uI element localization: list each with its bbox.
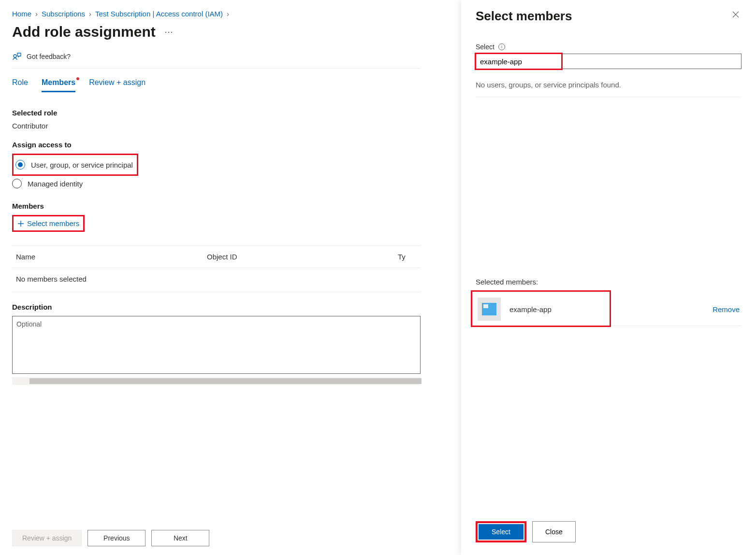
selected-role-heading: Selected role bbox=[12, 109, 421, 117]
highlight-select-members: Select members bbox=[12, 215, 85, 232]
highlight-user-group-radio: User, group, or service principal bbox=[12, 154, 138, 176]
selected-member-row: example-app Remove bbox=[476, 293, 741, 326]
previous-button[interactable]: Previous bbox=[87, 530, 145, 546]
tab-role[interactable]: Role bbox=[12, 78, 28, 92]
selected-member-name: example-app bbox=[509, 305, 704, 313]
next-button[interactable]: Next bbox=[151, 530, 209, 546]
radio-unchecked-icon bbox=[12, 179, 22, 188]
no-results-text: No users, groups, or service principals … bbox=[476, 81, 741, 97]
radio-checked-icon bbox=[15, 160, 25, 170]
members-heading: Members bbox=[12, 202, 421, 210]
th-name: Name bbox=[16, 253, 207, 261]
remove-member-link[interactable]: Remove bbox=[712, 305, 740, 313]
select-label: Select bbox=[476, 43, 494, 51]
assign-access-heading: Assign access to bbox=[12, 141, 421, 149]
member-search-input[interactable] bbox=[476, 54, 741, 69]
th-object-id: Object ID bbox=[207, 253, 398, 261]
required-dot-icon bbox=[76, 77, 79, 80]
page-title: Add role assignment bbox=[12, 24, 156, 40]
close-button[interactable]: Close bbox=[532, 521, 576, 542]
radio-managed-label: Managed identity bbox=[28, 180, 83, 188]
members-table-empty: No members selected bbox=[12, 268, 421, 292]
info-icon[interactable]: i bbox=[498, 43, 505, 50]
footer-bar: Review + assign Previous Next bbox=[0, 521, 433, 555]
svg-point-0 bbox=[14, 55, 16, 57]
tab-members-label: Members bbox=[42, 78, 75, 86]
select-members-link[interactable]: Select members bbox=[17, 219, 79, 228]
chevron-right-icon: › bbox=[89, 10, 91, 18]
panel-title: Select members bbox=[476, 9, 572, 24]
select-button[interactable]: Select bbox=[479, 524, 523, 540]
select-members-panel: Select members Select i No users, groups… bbox=[461, 0, 756, 555]
plus-icon bbox=[17, 220, 24, 227]
tab-review[interactable]: Review + assign bbox=[89, 78, 145, 92]
breadcrumb-subscriptions[interactable]: Subscriptions bbox=[42, 10, 85, 18]
feedback-link[interactable]: Got feedback? bbox=[12, 52, 421, 69]
members-table-header: Name Object ID Ty bbox=[12, 245, 421, 268]
radio-user-group-label: User, group, or service principal bbox=[31, 161, 133, 169]
breadcrumb-home[interactable]: Home bbox=[12, 10, 31, 18]
more-icon[interactable]: ⋯ bbox=[164, 27, 173, 37]
description-heading: Description bbox=[12, 303, 421, 311]
app-icon bbox=[478, 298, 501, 321]
highlight-select-button: Select bbox=[476, 521, 526, 542]
close-icon[interactable] bbox=[730, 9, 741, 23]
tab-members[interactable]: Members bbox=[42, 78, 75, 92]
chevron-right-icon: › bbox=[227, 10, 229, 18]
select-members-label: Select members bbox=[27, 219, 79, 228]
review-assign-button: Review + assign bbox=[12, 530, 82, 546]
chevron-right-icon: › bbox=[35, 10, 38, 18]
horizontal-scrollbar[interactable] bbox=[12, 377, 421, 385]
breadcrumb: Home › Subscriptions › Test Subscription… bbox=[12, 10, 421, 18]
feedback-label: Got feedback? bbox=[27, 53, 71, 60]
tabs: Role Members Review + assign bbox=[12, 78, 421, 92]
radio-user-group[interactable]: User, group, or service principal bbox=[15, 157, 133, 172]
th-type: Ty bbox=[398, 253, 417, 261]
description-input[interactable] bbox=[12, 316, 421, 374]
breadcrumb-access-control[interactable]: Test Subscription | Access control (IAM) bbox=[95, 10, 223, 18]
selected-members-heading: Selected members: bbox=[476, 278, 741, 286]
feedback-icon bbox=[12, 52, 22, 61]
selected-role-value: Contributor bbox=[12, 122, 421, 130]
radio-managed-identity[interactable]: Managed identity bbox=[12, 176, 421, 191]
